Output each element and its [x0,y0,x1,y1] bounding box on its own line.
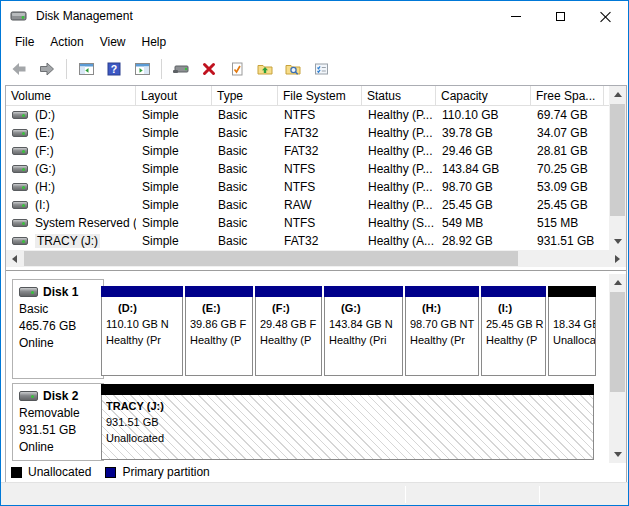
cell-status: Healthy (P... [362,142,436,160]
menu-help[interactable]: Help [134,32,175,52]
properties-list-button[interactable] [309,57,333,81]
cell-fs: NTFS [278,160,362,178]
partition-label [553,300,595,316]
show-action-pane-button[interactable] [130,57,154,81]
disk-type: Basic [19,301,99,318]
column-header-layout[interactable]: Layout [136,86,212,106]
delete-volume-button[interactable] [197,57,221,81]
list-rows: (D:)SimpleBasicNTFSHealthy (P...110.10 G… [6,106,610,250]
maximize-button[interactable] [538,1,583,31]
disk-label-panel[interactable]: Disk 1Basic465.76 GBOnline [12,279,104,379]
list-header: VolumeLayoutTypeFile SystemStatusCapacit… [6,86,610,106]
table-row[interactable]: (I:)SimpleBasicRAWHealthy (P...25.45 GB2… [6,196,610,214]
cell-type: Basic [212,142,278,160]
cell-volume: TRACY (J:) [6,232,136,250]
table-row[interactable]: (H:)SimpleBasicNTFSHealthy (P...98.70 GB… [6,178,610,196]
scrollbar-thumb[interactable] [610,292,625,392]
menu-view[interactable]: View [92,32,134,52]
scroll-down-arrow[interactable] [609,233,626,250]
graph-pane-vertical-scrollbar[interactable] [609,274,626,463]
cell-volume: (H:) [6,178,136,196]
cell-capacity: 549 MB [436,214,531,232]
partition-block[interactable]: (G:)143.84 GB NHealthy (Pri [324,286,403,376]
partition-block[interactable]: (F:)29.48 GB FHealthy (P [255,286,322,376]
partition-body: (G:)143.84 GB NHealthy (Pri [324,297,403,376]
action-pane-icon [134,61,151,77]
cell-volume: (E:) [6,124,136,142]
scrollbar-thumb[interactable] [610,104,625,216]
horizontal-scrollbar[interactable] [6,250,626,267]
scroll-up-arrow[interactable] [609,86,626,103]
volume-list-vertical-scrollbar[interactable] [609,86,626,250]
partition-size: 931.51 GB [106,414,593,430]
cell-volume: System Reserved (... [6,214,136,232]
cell-layout: Simple [136,178,212,196]
partition-body: (D:)110.10 GB NHealthy (Pr [101,297,183,376]
pane-splitter[interactable] [6,270,626,272]
scroll-down-arrow[interactable] [609,446,626,463]
rescan-disks-button[interactable] [169,57,193,81]
scroll-left-arrow[interactable] [6,250,23,267]
table-row[interactable]: TRACY (J:)SimpleBasicFAT32Healthy (A...2… [6,232,610,250]
minimize-icon [511,16,521,17]
primary-color-bar [101,286,183,297]
partition-body: 18.34 GBUnallocated [548,297,596,376]
table-row[interactable]: System Reserved (...SimpleBasicNTFSHealt… [6,214,610,232]
partition-block[interactable]: (D:)110.10 GB NHealthy (Pr [101,286,183,376]
cell-type: Basic [212,106,278,124]
column-header-status[interactable]: Status [362,86,436,106]
back-button[interactable] [7,57,31,81]
volume-drive-icon [12,129,28,137]
unallocated-block[interactable]: TRACY (J:)931.51 GBUnallocated [101,384,594,460]
column-header-volume[interactable]: Volume [6,86,136,106]
cell-free: 34.07 GB [531,124,604,142]
title-bar: Disk Management [1,1,628,31]
table-row[interactable]: (D:)SimpleBasicNTFSHealthy (P...110.10 G… [6,106,610,124]
volume-name: (G:) [35,162,56,176]
table-row[interactable]: (E:)SimpleBasicFAT32Healthy (P...39.78 G… [6,124,610,142]
legend-label: Primary partition [122,465,209,479]
partition-status: Unallocated [553,332,595,348]
disk-status: Online [19,335,99,352]
unallocated-color-bar [101,384,594,395]
partition-block[interactable]: (H:)98.70 GB NTHealthy (Pr [405,286,479,376]
legend-item: Primary partition [105,465,209,479]
unallocated-color-bar [548,286,596,297]
scroll-up-arrow[interactable] [609,274,626,291]
scroll-right-arrow[interactable] [609,250,626,267]
cell-fs: RAW [278,196,362,214]
partition-size: 143.84 GB N [329,316,402,332]
volume-name: (E:) [35,126,54,140]
column-header-fs[interactable]: File System [278,86,362,106]
unallocated-block[interactable]: 18.34 GBUnallocated [548,286,596,376]
show-console-tree-button[interactable] [74,57,98,81]
help-button[interactable]: ? [102,57,126,81]
disk-label-panel[interactable]: Disk 2Removable931.51 GBOnline [12,383,104,461]
column-header-type[interactable]: Type [212,86,278,106]
open-button[interactable] [253,57,277,81]
volume-drive-icon [12,111,28,119]
explore-button[interactable] [281,57,305,81]
partition-body: TRACY (J:)931.51 GBUnallocated [101,395,594,460]
table-row[interactable]: (F:)SimpleBasicFAT32Healthy (P...29.46 G… [6,142,610,160]
volume-drive-icon [12,147,28,155]
menu-file[interactable]: File [7,32,42,52]
primary-color-bar [405,286,479,297]
minimize-button[interactable] [493,1,538,31]
table-row[interactable]: (G:)SimpleBasicNTFSHealthy (P...143.84 G… [6,160,610,178]
close-button[interactable] [583,1,628,31]
column-header-free[interactable]: Free Spa... [531,86,604,106]
cell-capacity: 143.84 GB [436,160,531,178]
partition-block[interactable]: (I:)25.45 GB RHealthy (P [481,286,546,376]
checklist-icon [313,61,330,77]
volume-drive-icon [12,237,28,245]
cell-status: Healthy (A... [362,232,436,250]
partition-block[interactable]: (E:)39.86 GB FHealthy (P [185,286,253,376]
menu-action[interactable]: Action [42,32,91,52]
partition-label: (E:) [190,300,252,316]
forward-button[interactable] [35,57,59,81]
column-header-capacity[interactable]: Capacity [436,86,531,106]
mark-partition-active-button[interactable] [225,57,249,81]
scrollbar-thumb[interactable] [24,251,518,266]
cell-status: Healthy (P... [362,106,436,124]
